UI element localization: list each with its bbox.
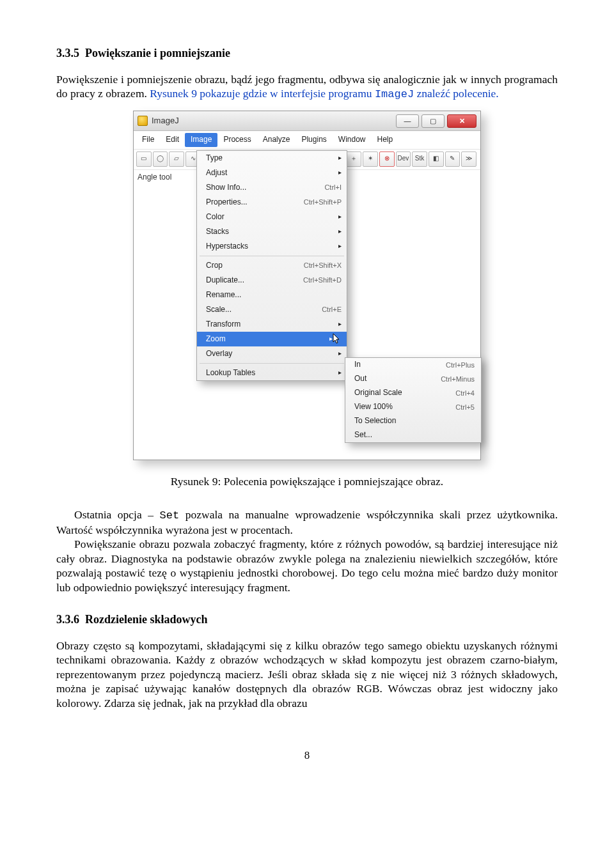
maximize-button[interactable]: ▢ [421, 114, 445, 128]
menu-item-color[interactable]: Color▸ [197, 210, 347, 224]
submenu-item-to-selection[interactable]: To Selection [345, 414, 481, 428]
menu-plugins[interactable]: Plugins [295, 133, 332, 146]
menu-process[interactable]: Process [217, 133, 256, 146]
menu-edit[interactable]: Edit [160, 133, 185, 146]
tool-point[interactable]: ＋ [346, 151, 361, 167]
submenu-item-view-100[interactable]: View 100%Ctrl+5 [345, 400, 481, 414]
tool-crosshair[interactable]: ⊗ [379, 151, 395, 167]
paragraph-set: Ostatnia opcja – Set pozwala na manualne… [56, 508, 558, 537]
tool-oval[interactable]: ◯ [153, 151, 168, 167]
submenu-item-in[interactable]: InCtrl+Plus [345, 358, 481, 372]
menu-image[interactable]: Image [185, 133, 217, 146]
section-num: 3.3.6 [56, 613, 79, 626]
menu-item-adjust[interactable]: Adjust▸ [197, 166, 347, 180]
menubar: FileEditImageProcessAnalyzePluginsWindow… [134, 131, 480, 149]
menu-item-show-info[interactable]: Show Info...Ctrl+I [197, 180, 347, 195]
minimize-button[interactable]: — [396, 114, 419, 128]
window-title: ImageJ [152, 116, 393, 127]
menu-item-type[interactable]: Type▸ [197, 151, 347, 166]
cursor-icon [333, 333, 342, 345]
tool-rect[interactable]: ▭ [136, 151, 152, 167]
tool-dev[interactable]: Dev [396, 151, 411, 167]
imagej-window: ImageJ — ▢ ✕ FileEditImageProcessAnalyze… [133, 111, 481, 460]
section-title: Powiększanie i pomniejszanie [85, 47, 230, 59]
menu-item-duplicate[interactable]: Duplicate...Ctrl+Shift+D [197, 273, 347, 288]
section-heading-335: 3.3.5 Powiększanie i pomniejszanie [56, 46, 558, 61]
intro-paragraph: Powiększenie i pomniejszenie obrazu, bąd… [56, 72, 558, 102]
menu-separator [200, 256, 344, 256]
tool-lut[interactable]: ◧ [429, 151, 444, 167]
close-button[interactable]: ✕ [447, 114, 476, 128]
submenu-item-out[interactable]: OutCtrl+Minus [345, 372, 481, 386]
paragraph-336: Obrazy często są kompozytami, składający… [56, 639, 558, 710]
menu-item-hyperstacks[interactable]: Hyperstacks▸ [197, 239, 347, 254]
menu-window[interactable]: Window [333, 133, 372, 146]
menu-help[interactable]: Help [372, 133, 399, 146]
menu-analyze[interactable]: Analyze [257, 133, 296, 146]
section-num: 3.3.5 [56, 47, 79, 59]
submenu-item-original-scale[interactable]: Original ScaleCtrl+4 [345, 386, 481, 400]
zoom-submenu: InCtrl+PlusOutCtrl+MinusOriginal ScaleCt… [345, 357, 482, 443]
menu-separator [200, 363, 344, 364]
window-body: Type▸Adjust▸Show Info...Ctrl+IProperties… [134, 185, 480, 460]
menu-item-overlay[interactable]: Overlay▸ [197, 346, 347, 361]
tool-more[interactable]: ≫ [461, 151, 476, 167]
menu-item-rename[interactable]: Rename... [197, 288, 347, 302]
menu-item-scale[interactable]: Scale...Ctrl+E [197, 302, 347, 317]
menu-item-lookup-tables[interactable]: Lookup Tables▸ [197, 366, 347, 380]
titlebar: ImageJ — ▢ ✕ [134, 111, 480, 131]
section-title: Rozdzielenie składowych [85, 613, 208, 626]
menu-item-crop[interactable]: CropCtrl+Shift+X [197, 258, 347, 273]
menu-item-zoom[interactable]: Zoom▸ [197, 332, 347, 346]
image-menu: Type▸Adjust▸Show Info...Ctrl+IProperties… [196, 150, 347, 381]
submenu-item-set[interactable]: Set... [345, 428, 481, 442]
tool-dropper[interactable]: ✎ [445, 151, 460, 167]
tool-stk[interactable]: Stk [412, 151, 427, 167]
page-number: 8 [56, 748, 558, 763]
menu-item-stacks[interactable]: Stacks▸ [197, 224, 347, 239]
tool-polygon[interactable]: ▱ [169, 151, 184, 167]
section-heading-336: 3.3.6 Rozdzielenie składowych [56, 612, 558, 627]
menu-file[interactable]: File [136, 133, 160, 146]
paragraph-zoom-discussion: Powiększanie obrazu pozwala zobaczyć fra… [56, 537, 558, 594]
menu-item-properties[interactable]: Properties...Ctrl+Shift+P [197, 195, 347, 210]
figure-9: ImageJ — ▢ ✕ FileEditImageProcessAnalyze… [56, 111, 558, 460]
tool-wand[interactable]: ✶ [363, 151, 378, 167]
menu-item-transform[interactable]: Transform▸ [197, 317, 347, 332]
app-icon [138, 116, 148, 126]
figure-caption: Rysunek 9: Polecenia powiększające i pom… [56, 474, 558, 488]
